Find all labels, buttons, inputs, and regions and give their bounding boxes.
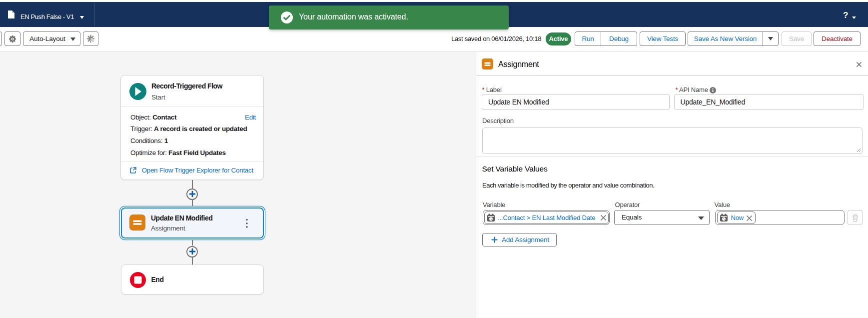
svg-text:50: 50 bbox=[90, 38, 94, 42]
